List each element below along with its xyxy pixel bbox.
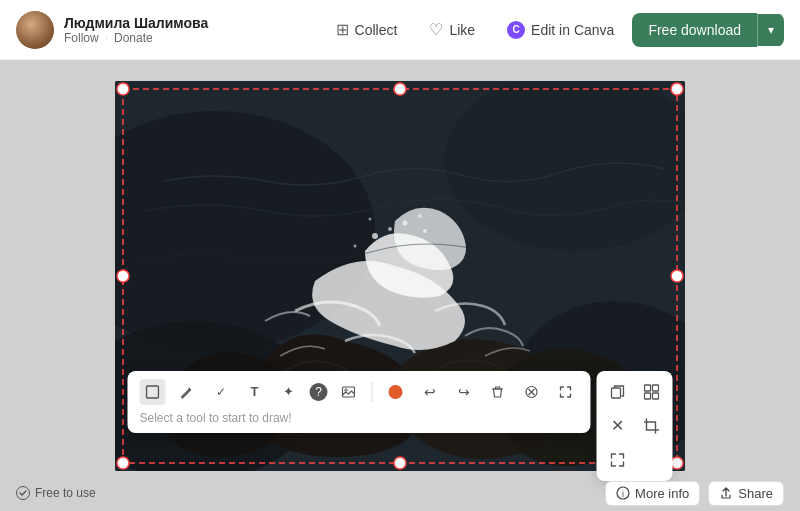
free-label: Free to use xyxy=(35,486,96,500)
help-tool[interactable]: ? xyxy=(310,383,328,401)
side-toolbar: ✕ xyxy=(597,371,673,481)
svg-rect-27 xyxy=(645,385,651,391)
copy-button[interactable] xyxy=(603,377,633,407)
svg-point-9 xyxy=(423,229,427,233)
redo-tool[interactable]: ↪ xyxy=(451,379,477,405)
delete-tool[interactable] xyxy=(485,379,511,405)
svg-rect-30 xyxy=(653,393,659,399)
share-button[interactable]: Share xyxy=(708,481,784,506)
svg-rect-22 xyxy=(147,386,159,398)
avatar xyxy=(16,11,54,49)
main-content: ✓ T ✦ ? ↩ xyxy=(0,60,800,511)
follow-link[interactable]: Follow xyxy=(64,31,99,45)
svg-point-7 xyxy=(388,227,392,231)
svg-point-31 xyxy=(17,487,30,500)
cursor-tool[interactable] xyxy=(140,379,166,405)
extra-tool xyxy=(637,445,667,475)
download-arrow-button[interactable]: ▾ xyxy=(757,14,784,46)
collect-label: Collect xyxy=(355,22,398,38)
toolbar-separator-1 xyxy=(372,382,373,402)
pen-tool[interactable] xyxy=(174,379,200,405)
svg-point-24 xyxy=(345,388,347,390)
svg-rect-28 xyxy=(653,385,659,391)
svg-rect-26 xyxy=(612,388,621,398)
confirm-tool[interactable]: ✓ xyxy=(208,379,234,405)
more-info-button[interactable]: i More info xyxy=(605,481,700,506)
fullscreen-button[interactable] xyxy=(603,445,633,475)
clear-tool[interactable] xyxy=(519,379,545,405)
like-label: Like xyxy=(449,22,475,38)
undo-tool[interactable]: ↩ xyxy=(417,379,443,405)
header-actions: ⊞ Collect ♡ Like C Edit in Canva Free do… xyxy=(322,12,784,47)
draw-toolbar: ✓ T ✦ ? ↩ xyxy=(128,371,591,433)
edit-canva-label: Edit in Canva xyxy=(531,22,614,38)
download-btn-group: Free download ▾ xyxy=(632,13,784,47)
user-links: Follow · Donate xyxy=(64,31,208,45)
canva-icon: C xyxy=(507,21,525,39)
crop-button[interactable] xyxy=(637,411,667,441)
draw-toolbar-icons: ✓ T ✦ ? ↩ xyxy=(140,379,579,405)
header: Людмила Шалимова Follow · Donate ⊞ Colle… xyxy=(0,0,800,60)
free-badge: Free to use xyxy=(16,486,96,500)
shape-tool[interactable]: ✦ xyxy=(276,379,302,405)
user-name: Людмила Шалимова xyxy=(64,15,208,31)
edit-canva-button[interactable]: C Edit in Canva xyxy=(493,13,628,47)
close-button[interactable]: ✕ xyxy=(603,411,633,441)
toolbar-container: ✓ T ✦ ? ↩ xyxy=(128,371,673,481)
info-icon: i xyxy=(616,486,630,500)
svg-rect-29 xyxy=(645,393,651,399)
collect-icon: ⊞ xyxy=(336,20,349,39)
bottom-right-actions: i More info Share xyxy=(605,481,784,506)
checkmark-icon xyxy=(16,486,30,500)
heart-icon: ♡ xyxy=(429,20,443,39)
svg-point-6 xyxy=(372,233,378,239)
text-tool[interactable]: T xyxy=(242,379,268,405)
svg-point-11 xyxy=(369,217,372,220)
color-tool[interactable] xyxy=(383,379,409,405)
share-icon xyxy=(719,486,733,500)
like-button[interactable]: ♡ Like xyxy=(415,12,489,47)
toolbar-hint: Select a tool to start to draw! xyxy=(140,409,579,425)
svg-text:i: i xyxy=(622,489,624,499)
download-button[interactable]: Free download xyxy=(632,13,757,47)
donate-link[interactable]: Donate xyxy=(114,31,153,45)
grid-button[interactable] xyxy=(637,377,667,407)
svg-point-10 xyxy=(354,244,357,247)
svg-point-12 xyxy=(418,214,422,218)
image-wrapper: ✓ T ✦ ? ↩ xyxy=(115,81,685,471)
user-info: Людмила Шалимова Follow · Donate xyxy=(16,11,208,49)
bottom-bar: Free to use i More info Share xyxy=(0,475,800,511)
share-label: Share xyxy=(738,486,773,501)
svg-point-8 xyxy=(403,220,408,225)
expand-tool[interactable] xyxy=(553,379,579,405)
separator: · xyxy=(105,31,108,45)
image-tool[interactable] xyxy=(336,379,362,405)
collect-button[interactable]: ⊞ Collect xyxy=(322,12,412,47)
more-info-label: More info xyxy=(635,486,689,501)
user-text: Людмила Шалимова Follow · Donate xyxy=(64,15,208,45)
